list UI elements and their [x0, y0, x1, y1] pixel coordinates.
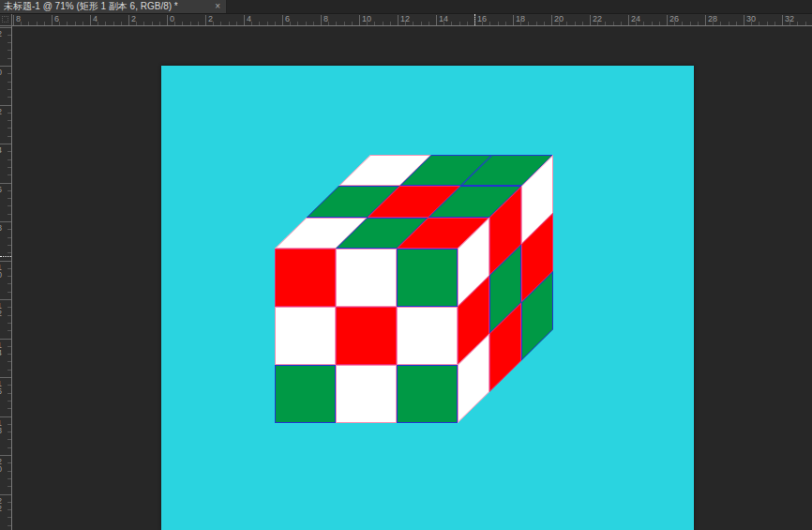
- ruler-tick: [0, 144, 11, 144]
- ruler-tick: [767, 22, 768, 25]
- ruler-origin-box[interactable]: [0, 14, 12, 26]
- ruler-tick: [8, 128, 11, 129]
- ruler-tick: [75, 22, 76, 25]
- ruler-label: 0: [0, 68, 8, 76]
- ruler-tick: [536, 22, 537, 25]
- canvas-surface[interactable]: [161, 66, 694, 530]
- ruler-tick: [652, 22, 653, 25]
- cube-tile-red[interactable]: [336, 307, 397, 365]
- cube-tile-white[interactable]: [336, 249, 397, 307]
- cube-tile-red[interactable]: [275, 249, 336, 307]
- ruler-tick: [220, 22, 221, 25]
- ruler-tick: [8, 252, 11, 253]
- ruler-tick: [8, 198, 11, 199]
- ruler-tick: [352, 22, 353, 25]
- ruler-label: 2: [0, 108, 8, 115]
- cube-tile-green[interactable]: [397, 365, 458, 423]
- ruler-label: 12: [400, 15, 410, 23]
- ruler-tick: [8, 361, 11, 362]
- ruler-tick: [621, 22, 622, 25]
- ruler-tick: [8, 478, 11, 479]
- ruler-tick: [8, 174, 11, 175]
- ruler-label: 2: [0, 30, 8, 38]
- document-tab[interactable]: 未标题-1 @ 71% (矩形 1 副本 6, RGB/8) * ×: [0, 0, 227, 13]
- ruler-tick: [659, 22, 660, 25]
- ruler-tick: [121, 22, 122, 25]
- ruler-tick: [8, 136, 11, 137]
- ruler-tick: [8, 205, 11, 206]
- ruler-tick: [720, 22, 721, 25]
- ruler-tick: [8, 237, 11, 238]
- ruler-origin-pattern: [2, 16, 8, 23]
- ruler-tick: [282, 15, 283, 25]
- ruler-tick: [44, 22, 45, 25]
- ruler-tick: [8, 370, 11, 371]
- ruler-tick: [167, 15, 168, 25]
- ruler-label: 1 8: [0, 419, 8, 434]
- cube-tile-white[interactable]: [336, 365, 397, 423]
- ruler-tick: [0, 221, 11, 222]
- ruler-tick: [59, 22, 60, 25]
- ruler-label: 24: [631, 15, 640, 23]
- ruler-label: 0: [170, 15, 174, 23]
- ruler-tick: [105, 22, 106, 25]
- ruler-tick: [313, 22, 314, 25]
- ruler-tick: [0, 27, 11, 28]
- ruler-tick: [413, 22, 414, 25]
- ruler-tick: [498, 22, 499, 25]
- ruler-tick: [8, 245, 11, 246]
- ruler-vertical[interactable]: 2024681 01 21 41 61 82 02 2: [0, 26, 12, 530]
- ruler-tick: [8, 439, 11, 440]
- ruler-label: 4: [93, 15, 98, 23]
- ruler-tick: [8, 167, 11, 168]
- cube-tile-green[interactable]: [275, 365, 336, 423]
- ruler-tick: [0, 183, 11, 184]
- ruler-tick: [8, 42, 11, 43]
- ruler-tick: [83, 22, 83, 25]
- ruler-tick: [8, 214, 11, 215]
- ruler-tick: [805, 22, 806, 25]
- ruler-tick: [451, 22, 452, 25]
- ruler-tick: [359, 15, 360, 25]
- cube-tile-white[interactable]: [397, 307, 458, 365]
- ruler-label: 22: [593, 15, 602, 23]
- ruler-tick: [0, 377, 11, 378]
- cube-front-face: [275, 249, 458, 423]
- ruler-tick: [575, 22, 576, 25]
- ruler-label: 26: [669, 15, 679, 23]
- ruler-tick: [113, 22, 114, 25]
- ruler-tick: [8, 58, 11, 59]
- ruler-tick: [390, 22, 391, 25]
- cube-tile-green[interactable]: [397, 249, 458, 307]
- ruler-tick: [0, 455, 11, 456]
- ruler-tick: [0, 261, 11, 262]
- ruler-tick: [259, 22, 260, 25]
- workspace: [12, 26, 812, 530]
- ruler-tick: [8, 408, 11, 409]
- ruler-label: 1 4: [0, 341, 8, 356]
- ruler-label: 18: [516, 15, 525, 23]
- ruler-tick: [729, 22, 729, 25]
- cube-tile-white[interactable]: [275, 307, 336, 365]
- ruler-tick: [0, 66, 11, 67]
- ruler-tick: [628, 15, 629, 25]
- ruler-tick: [90, 15, 91, 25]
- ruler-tick: [236, 22, 237, 25]
- ruler-tick: [336, 22, 337, 25]
- ruler-label: 2 0: [0, 458, 8, 473]
- cursor-position-indicator: [474, 14, 475, 25]
- tab-close-icon[interactable]: ×: [215, 2, 220, 11]
- ruler-tick: [67, 22, 68, 25]
- ruler-label: 6: [285, 15, 290, 23]
- ruler-label: 10: [362, 15, 371, 23]
- ruler-tick: [275, 22, 276, 25]
- ruler-tick: [8, 89, 11, 90]
- ruler-tick: [136, 22, 137, 25]
- ruler-tick: [774, 22, 775, 25]
- document-tab-title: 未标题-1 @ 71% (矩形 1 副本 6, RGB/8) *: [4, 0, 178, 13]
- ruler-tick: [267, 22, 268, 25]
- ruler-horizontal[interactable]: 86420246810121416182022242628303234: [12, 14, 812, 26]
- ruler-tick: [467, 22, 468, 25]
- ruler-label: 1 2: [0, 302, 8, 317]
- ruler-label: 20: [554, 15, 564, 23]
